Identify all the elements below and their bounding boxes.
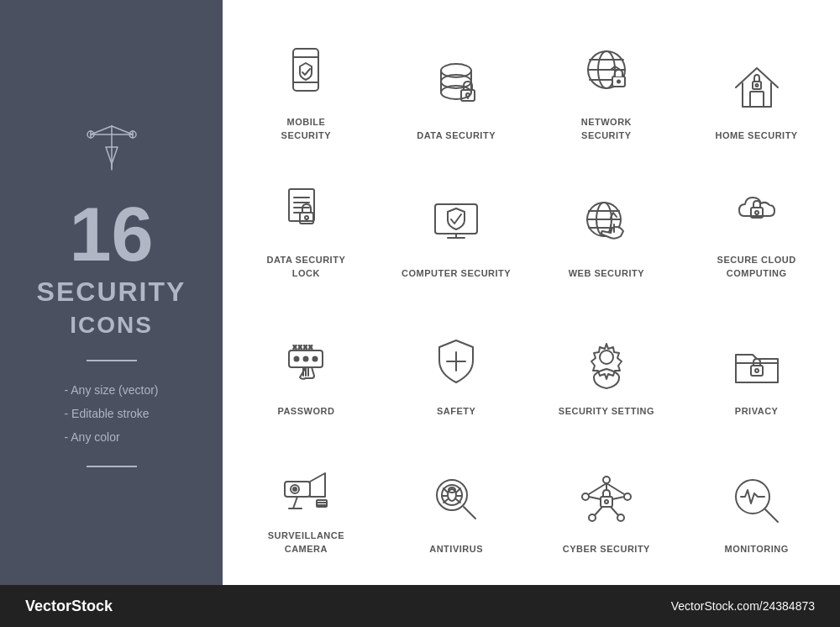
- monitoring-icon: [723, 467, 790, 535]
- icon-count: 16: [69, 197, 153, 272]
- computer-security-icon: [423, 192, 490, 259]
- feature-item: Any color: [64, 425, 158, 449]
- divider-top: [87, 360, 137, 361]
- svg-rect-64: [751, 366, 763, 376]
- sidebar-subtitle: ICONS: [70, 312, 153, 339]
- svg-point-55: [313, 356, 318, 361]
- web-security-label: WEB SECURITY: [569, 267, 644, 280]
- home-security-label: HOME SECURITY: [716, 129, 798, 142]
- svg-point-54: [304, 356, 308, 361]
- privacy-item: PRIVACY: [681, 292, 832, 430]
- svg-point-69: [293, 487, 297, 491]
- computer-security-item: COMPUTER SECURITY: [381, 155, 532, 292]
- svg-line-70: [293, 497, 297, 508]
- safety-icon: [423, 329, 490, 397]
- svg-line-97: [611, 507, 618, 515]
- monitoring-item: MONITORING: [681, 430, 832, 568]
- web-security-item: WEB SECURITY: [532, 155, 682, 292]
- mobile-security-icon: [272, 40, 339, 108]
- secure-cloud-computing-item: SECURE CLOUDCOMPUTING: [681, 155, 832, 292]
- password-item: x x x x PASSWORD: [231, 292, 381, 430]
- svg-text:x x x x: x x x x: [293, 343, 312, 350]
- privacy-icon: [723, 329, 790, 397]
- svg-line-79: [444, 488, 448, 493]
- home-security-icon: [723, 54, 790, 121]
- cyber-security-icon: [573, 467, 640, 535]
- svg-rect-36: [300, 213, 313, 224]
- svg-rect-10: [293, 49, 318, 91]
- footer: VectorStock VectorStock.com/24384873: [0, 585, 840, 627]
- svg-line-101: [765, 509, 778, 522]
- feature-item: Editable stroke: [64, 402, 158, 425]
- surveillance-camera-icon: [272, 454, 339, 521]
- password-icon: x x x x: [272, 329, 339, 397]
- svg-point-88: [603, 477, 610, 483]
- cyber-security-item: CYBER SECURITY: [532, 430, 682, 568]
- svg-point-53: [295, 356, 299, 361]
- network-security-item: NETWORKSECURITY: [532, 17, 682, 155]
- antivirus-label: ANTIVIRUS: [429, 543, 483, 556]
- svg-line-80: [456, 488, 460, 493]
- network-security-label: NETWORKSECURITY: [581, 116, 632, 142]
- data-security-label: DATA SECURITY: [417, 129, 496, 142]
- security-setting-item: SECURITY SETTING: [532, 292, 682, 430]
- antivirus-item: ANTIVIRUS: [381, 430, 532, 568]
- security-setting-label: SECURITY SETTING: [559, 405, 654, 418]
- svg-marker-67: [310, 473, 325, 497]
- safety-label: SAFETY: [437, 405, 475, 418]
- svg-point-27: [617, 81, 620, 83]
- data-security-lock-item: DATA SECURITYLOCK: [231, 155, 381, 292]
- privacy-label: PRIVACY: [735, 405, 779, 418]
- secure-cloud-computing-label: SECURE CLOUDCOMPUTING: [717, 254, 796, 280]
- safety-item: SAFETY: [381, 292, 532, 430]
- footer-url: VectorStock.com/24384873: [671, 599, 815, 613]
- svg-point-89: [582, 493, 589, 500]
- data-security-icon: [423, 54, 490, 121]
- svg-line-77: [464, 507, 475, 519]
- data-security-lock-label: DATA SECURITYLOCK: [267, 254, 346, 280]
- svg-point-90: [624, 493, 631, 500]
- footer-brand: VectorStock: [25, 598, 113, 615]
- security-setting-icon: [573, 329, 640, 397]
- password-label: PASSWORD: [277, 405, 334, 418]
- mobile-security-label: MOBILESECURITY: [281, 116, 332, 142]
- antivirus-icon: [423, 467, 490, 535]
- computer-security-label: COMPUTER SECURITY: [402, 267, 511, 280]
- pen-tool-icon: [82, 118, 141, 180]
- svg-point-65: [755, 369, 759, 372]
- surveillance-camera-item: SURVEILLANCECAMERA: [231, 430, 381, 568]
- features-list: Any size (vector) Editable stroke Any co…: [64, 378, 158, 449]
- cyber-security-label: CYBER SECURITY: [563, 543, 650, 556]
- surveillance-camera-label: SURVEILLANCECAMERA: [268, 530, 344, 556]
- sidebar-title: SECURITY: [37, 277, 186, 308]
- mobile-security-item: MOBILESECURITY: [231, 17, 381, 155]
- svg-rect-86: [601, 497, 612, 507]
- main-content: 16 SECURITY ICONS Any size (vector) Edit…: [0, 0, 840, 585]
- feature-item: Any size (vector): [64, 378, 158, 402]
- svg-rect-29: [753, 82, 761, 89]
- svg-point-30: [755, 84, 758, 87]
- svg-line-95: [612, 497, 624, 499]
- web-security-icon: [573, 192, 640, 259]
- svg-line-96: [595, 507, 602, 515]
- monitoring-label: MONITORING: [724, 543, 788, 556]
- icons-grid: MOBILESECURITY DATA SECURITY: [223, 0, 840, 585]
- svg-line-94: [589, 497, 601, 499]
- network-security-icon: [573, 40, 640, 108]
- sidebar: 16 SECURITY ICONS Any size (vector) Edit…: [0, 0, 223, 585]
- svg-point-87: [605, 500, 608, 503]
- home-security-item: HOME SECURITY: [681, 17, 832, 155]
- divider-bottom: [87, 466, 137, 467]
- svg-point-62: [600, 350, 613, 364]
- secure-cloud-computing-icon: [723, 178, 790, 245]
- data-security-item: DATA SECURITY: [381, 17, 532, 155]
- svg-rect-28: [750, 92, 764, 107]
- data-security-lock-icon: [272, 178, 339, 245]
